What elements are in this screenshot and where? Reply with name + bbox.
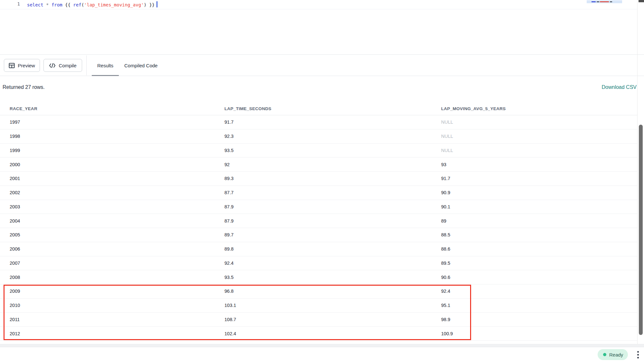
code-token-plain [49, 2, 51, 7]
minimap-code-mark [592, 1, 596, 2]
code-token-brace: ) [144, 2, 147, 7]
table-row: 200287.790.9 [0, 186, 637, 200]
ready-status-label: Ready [609, 352, 623, 357]
table-cell: 2011 [10, 317, 224, 322]
column-header-lap-moving-avg-5-years: LAP_MOVING_AVG_5_YEARS [441, 106, 637, 111]
code-token-plain [43, 2, 46, 7]
table-row: 20009293 [0, 157, 637, 172]
dbt-ide-app: 1 select * from {{ ref('lap_times_moving… [0, 0, 644, 362]
table-cell: 93.5 [224, 275, 441, 280]
table-cell: 93 [441, 162, 637, 167]
table-cell: 88.5 [441, 232, 637, 237]
table-cell: 108.7 [224, 317, 441, 322]
table-cell: 91.7 [441, 176, 637, 181]
compile-button[interactable]: Compile [43, 59, 82, 72]
kebab-dot-icon [637, 351, 639, 353]
results-toolbar: Preview Compile Results Compiled Code [0, 54, 644, 76]
code-token-function: ref [73, 2, 81, 7]
table-cell: 2009 [10, 289, 224, 294]
table-row: 200893.590.6 [0, 270, 637, 284]
table-cell: 102.4 [224, 331, 441, 336]
ready-status-badge[interactable]: Ready [598, 349, 628, 360]
code-token-brace: {{ [65, 2, 71, 7]
table-row: 200996.892.4 [0, 284, 637, 299]
text-cursor-caret [156, 1, 157, 7]
table-cell: 92.4 [441, 289, 637, 294]
table-cell: 2003 [10, 204, 224, 209]
compile-button-label: Compile [59, 63, 76, 68]
table-cell: 87.7 [224, 190, 441, 195]
table-cell: 96.8 [224, 289, 441, 294]
table-cell: 2000 [10, 162, 224, 167]
table-row: 199892.3NULL [0, 129, 637, 144]
row-count-summary: Returned 27 rows. [3, 84, 45, 90]
code-editor[interactable]: 1 select * from {{ ref('lap_times_moving… [0, 0, 644, 54]
preview-button[interactable]: Preview [4, 59, 40, 72]
table-row: 200189.391.7 [0, 172, 637, 186]
table-cell: 88.6 [441, 246, 637, 252]
table-cell: 2012 [10, 331, 224, 336]
table-cell: 90.1 [441, 204, 637, 209]
current-line-row[interactable]: 1 select * from {{ ref('lap_times_moving… [0, 0, 638, 9]
code-token-brace: }} [149, 2, 155, 7]
table-row: 199993.5NULL [0, 144, 637, 158]
table-cell: 103.1 [224, 303, 441, 308]
editor-minimap[interactable] [587, 0, 622, 3]
table-row: 200387.990.1 [0, 200, 637, 214]
table-cell: 89.5 [441, 261, 637, 266]
table-cell: 2006 [10, 246, 224, 252]
table-cell: 89.7 [224, 232, 441, 237]
table-cell: 2008 [10, 275, 224, 280]
table-cell: 1997 [10, 119, 224, 125]
kebab-dot-icon [637, 357, 639, 358]
code-tokens: select * from {{ ref('lap_times_moving_a… [27, 2, 155, 7]
code-brackets-icon [49, 63, 56, 68]
table-row: 200589.788.5 [0, 228, 637, 242]
minimap-code-mark [597, 1, 599, 2]
table-cell: 2007 [10, 261, 224, 266]
code-token-keyword: select [27, 2, 43, 7]
ready-status-dot-icon [603, 353, 606, 356]
table-cell: 1999 [10, 148, 224, 153]
horizontal-scrollbar-track[interactable] [0, 344, 644, 347]
table-cell: 89 [441, 218, 637, 224]
table-cell: 92 [224, 162, 441, 167]
table-row: 200792.489.5 [0, 256, 637, 271]
results-tabs: Results Compiled Code [92, 55, 163, 76]
table-cell: 91.7 [224, 119, 441, 125]
table-cell: 89.3 [224, 176, 441, 181]
table-grid-icon [9, 62, 15, 69]
table-cell: 92.4 [224, 261, 441, 266]
table-cell: 98.9 [441, 317, 637, 322]
table-row: 2010103.195.1 [0, 299, 637, 313]
tab-compiled-code[interactable]: Compiled Code [119, 55, 163, 76]
table-row: 199791.7NULL [0, 115, 637, 129]
code-line[interactable]: select * from {{ ref('lap_times_moving_a… [27, 1, 157, 8]
kebab-menu-button[interactable] [634, 349, 642, 360]
minimap-code-mark [610, 1, 612, 2]
toolbar-divider [86, 55, 87, 75]
table-row: 200689.888.6 [0, 242, 637, 256]
editor-scrollbar-thumb[interactable] [639, 0, 644, 2]
line-number: 1 [0, 1, 20, 6]
table-cell: 2002 [10, 190, 224, 195]
table-cell: 92.3 [224, 134, 441, 139]
table-row: 2011108.798.9 [0, 313, 637, 327]
table-cell: 95.1 [441, 303, 637, 308]
tab-compiled-code-label: Compiled Code [124, 63, 157, 68]
download-csv-link[interactable]: Download CSV [602, 84, 637, 90]
table-header-row: RACE_YEAR LAP_TIME_SECONDS LAP_MOVING_AV… [0, 102, 637, 115]
table-cell: 2010 [10, 303, 224, 308]
status-bar: Ready [0, 347, 644, 362]
table-scrollbar-thumb[interactable] [639, 125, 643, 335]
table-cell: 90.6 [441, 275, 637, 280]
tab-results[interactable]: Results [92, 55, 119, 76]
tab-results-label: Results [97, 63, 113, 68]
minimap-code-mark [600, 1, 609, 2]
code-token-brace: ( [81, 2, 84, 7]
table-cell: 87.9 [224, 218, 441, 224]
table-cell: 2004 [10, 218, 224, 224]
table-cell: 2001 [10, 176, 224, 181]
table-row: 2012102.4100.9 [0, 327, 637, 341]
table-cell: 1998 [10, 134, 224, 139]
